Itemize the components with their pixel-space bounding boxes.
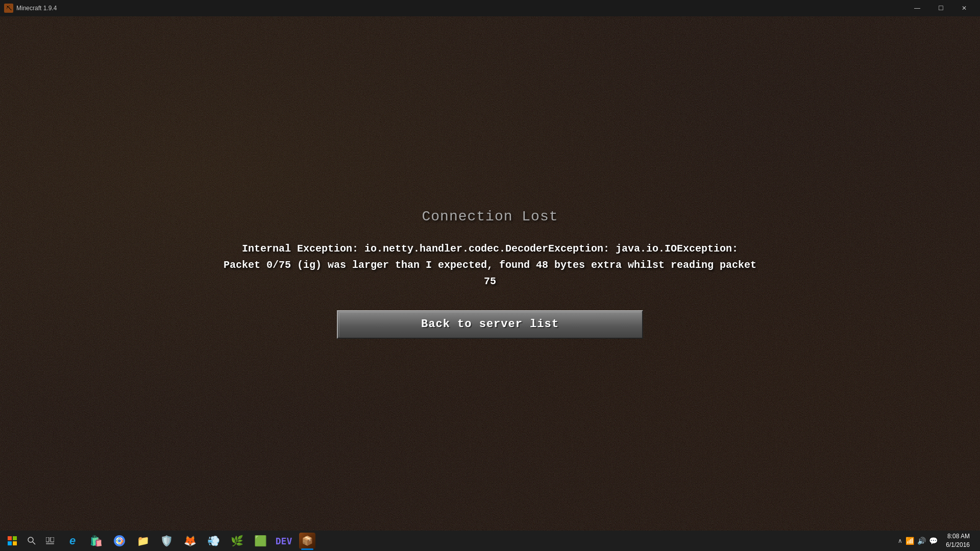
svg-rect-8	[46, 543, 54, 544]
minecraft-icon: 📦	[299, 533, 315, 549]
taskbar-app-chrome[interactable]	[108, 531, 131, 551]
svg-rect-2	[8, 541, 12, 545]
taskbar-app-minecraft-alt[interactable]: 🟩	[249, 531, 272, 551]
taskbar-app-explorer[interactable]: 📁	[132, 531, 154, 551]
taskbar-app-store[interactable]: 🛍️	[85, 531, 107, 551]
back-to-server-list-button[interactable]: Back to server list	[337, 310, 643, 339]
minimize-button[interactable]: —	[905, 0, 929, 16]
window-controls: — ☐ ✕	[905, 0, 976, 16]
clock-time: 8:08 AM	[946, 532, 970, 541]
system-icons: ∧ 📶 🔊 💬	[898, 537, 938, 545]
svg-rect-3	[13, 541, 17, 545]
taskbar-right: ∧ 📶 🔊 💬 8:08 AM 6/1/2016	[898, 532, 978, 549]
svg-rect-1	[13, 536, 17, 540]
taskbar-app-mcafee[interactable]: 🛡️	[155, 531, 178, 551]
svg-rect-7	[51, 537, 54, 542]
maximize-button[interactable]: ☐	[929, 0, 952, 16]
task-view-button[interactable]	[41, 531, 59, 551]
taskbar-app-minecraft[interactable]: 📦	[296, 531, 318, 551]
connection-lost-title: Connection Lost	[422, 209, 558, 224]
svg-rect-6	[46, 537, 49, 542]
taskbar-clock[interactable]: 8:08 AM 6/1/2016	[942, 532, 974, 549]
taskbar-app-dev[interactable]: DEV	[273, 531, 295, 551]
start-button[interactable]	[2, 531, 22, 551]
volume-icon[interactable]: 🔊	[917, 537, 926, 545]
network-icon[interactable]: 📶	[905, 537, 914, 545]
svg-rect-0	[8, 536, 12, 540]
taskbar-app-firefox[interactable]: 🦊	[179, 531, 201, 551]
error-message: Internal Exception: io.netty.handler.cod…	[184, 241, 796, 290]
svg-line-5	[33, 542, 35, 544]
notification-icon[interactable]: 💬	[929, 537, 938, 545]
window-title: Minecraft 1.9.4	[16, 5, 905, 12]
system-tray-expand[interactable]: ∧	[898, 537, 902, 544]
svg-point-4	[28, 537, 33, 542]
minecraft-area: Connection Lost Internal Exception: io.n…	[0, 16, 980, 531]
app-icon: ⛏	[4, 4, 13, 13]
taskbar: e 🛍️ 📁 🛡️ 🦊	[0, 531, 980, 551]
taskbar-apps: e 🛍️ 📁 🛡️ 🦊	[61, 531, 318, 551]
taskbar-app-mcpe[interactable]: 🌿	[226, 531, 248, 551]
taskbar-app-ie[interactable]: e	[61, 531, 84, 551]
clock-date: 6/1/2016	[946, 541, 970, 549]
search-button[interactable]	[22, 531, 41, 551]
content-area: Connection Lost Internal Exception: io.n…	[0, 16, 980, 531]
close-button[interactable]: ✕	[952, 0, 976, 16]
title-bar: ⛏ Minecraft 1.9.4 — ☐ ✕	[0, 0, 980, 16]
svg-point-12	[118, 539, 121, 542]
taskbar-app-steam[interactable]: 💨	[202, 531, 225, 551]
